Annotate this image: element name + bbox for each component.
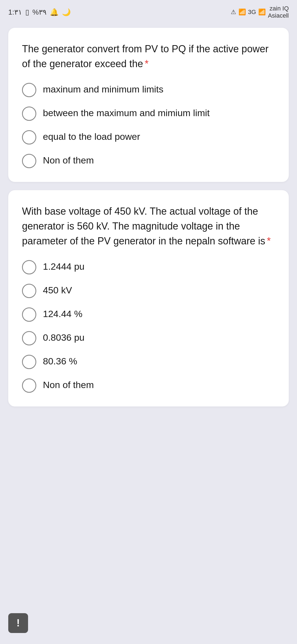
status-bar: 1:٣١ ▯ %٣٩ 🔔 🌙 ⚠ 📶 3G 📶 zain IQ Asiacell: [0, 0, 297, 22]
option-q2c[interactable]: 124.44 %: [22, 307, 275, 322]
radio-q1a[interactable]: [22, 83, 36, 97]
option-label-q2d: 0.8036 pu: [43, 331, 84, 345]
option-label-q2a: 1.2444 pu: [43, 260, 84, 274]
option-q2e[interactable]: 80.36 %: [22, 354, 275, 369]
alert-button[interactable]: !: [8, 613, 28, 633]
question-2-text: With base voltage of 450 kV. The actual …: [22, 204, 275, 249]
option-label-q2e: 80.36 %: [43, 354, 77, 368]
notification-icon: 🔔: [50, 8, 59, 17]
signal-bars-2: 📶: [258, 9, 266, 16]
option-label-q2c: 124.44 %: [43, 307, 82, 321]
radio-q2c[interactable]: [22, 307, 36, 322]
status-left: 1:٣١ ▯ %٣٩ 🔔 🌙: [8, 8, 71, 17]
signal-bars-1: 📶: [238, 9, 246, 16]
moon-icon: 🌙: [62, 8, 71, 17]
option-q2f[interactable]: Non of them: [22, 378, 275, 393]
option-q1c[interactable]: equal to the load power: [22, 130, 275, 144]
carrier-info: zain IQ Asiacell: [268, 5, 289, 20]
option-q1a[interactable]: maxinum and minimum limits: [22, 82, 275, 97]
question-1-options: maxinum and minimum limits between the m…: [22, 82, 275, 168]
question-2-options: 1.2444 pu 450 kV 124.44 % 0.8036 pu 80.3…: [22, 260, 275, 393]
option-q2b[interactable]: 450 kV: [22, 283, 275, 298]
radio-q2a[interactable]: [22, 260, 36, 274]
option-label-q2b: 450 kV: [43, 283, 72, 297]
question-card-2: With base voltage of 450 kV. The actual …: [8, 190, 289, 406]
radio-q1d[interactable]: [22, 154, 36, 168]
radio-q2b[interactable]: [22, 284, 36, 298]
option-label-q1c: equal to the load power: [43, 130, 140, 144]
required-star-1: *: [145, 58, 148, 69]
content-area: The generator convert from PV to PQ if t…: [0, 22, 297, 412]
radio-q2e[interactable]: [22, 355, 36, 369]
required-star-2: *: [267, 235, 271, 247]
radio-q1c[interactable]: [22, 130, 36, 144]
status-right: ⚠ 📶 3G 📶 zain IQ Asiacell: [231, 5, 289, 20]
option-label-q1b: between the maximum and mimium limit: [43, 106, 210, 120]
option-q1d[interactable]: Non of them: [22, 153, 275, 168]
radio-q2f[interactable]: [22, 378, 36, 393]
radio-q1b[interactable]: [22, 107, 36, 121]
time-display: 1:٣١: [8, 8, 22, 17]
battery-percent: %٣٩: [32, 8, 46, 17]
option-q1b[interactable]: between the maximum and mimium limit: [22, 106, 275, 121]
question-1-text: The generator convert from PV to PQ if t…: [22, 42, 275, 71]
option-q2a[interactable]: 1.2444 pu: [22, 260, 275, 274]
option-q2d[interactable]: 0.8036 pu: [22, 331, 275, 345]
option-label-q2f: Non of them: [43, 378, 94, 392]
warning-icon: ⚠: [231, 9, 236, 16]
radio-q2d[interactable]: [22, 331, 36, 345]
battery-icon: ▯: [25, 8, 29, 17]
question-card-1: The generator convert from PV to PQ if t…: [8, 28, 289, 182]
network-type: 3G: [248, 9, 256, 16]
option-label-q1d: Non of them: [43, 153, 94, 167]
option-label-q1a: maxinum and minimum limits: [43, 82, 163, 96]
